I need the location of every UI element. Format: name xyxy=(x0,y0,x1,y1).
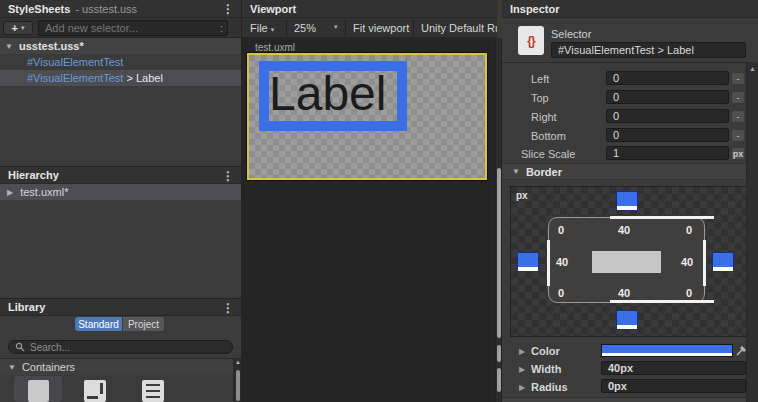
slice-scale-value-field[interactable]: 1 xyxy=(606,146,729,160)
transform-foldout-header[interactable]: ▼ Transform xyxy=(502,397,746,402)
library-panel-header: Library ⋮ xyxy=(0,298,241,316)
border-value[interactable]: 0 xyxy=(686,287,692,299)
border-bottom-color-swatch[interactable] xyxy=(616,310,638,330)
uss-selector-row-selected[interactable]: #VisualElementTest > Label xyxy=(0,70,241,86)
stylesheets-subtitle: - usstest.uss xyxy=(75,3,137,15)
canvas-document-label[interactable]: test.uxml xyxy=(255,42,295,53)
row-label-bottom: Bottom xyxy=(531,130,566,142)
foldout-collapsed-icon[interactable]: ▶ xyxy=(519,383,525,392)
foldout-expanded-icon: ▼ xyxy=(512,167,520,176)
chevron-down-icon: ▾ xyxy=(271,26,275,33)
border-value[interactable]: 0 xyxy=(558,224,564,236)
right-value-field[interactable]: 0 xyxy=(606,109,729,123)
library-scrollbar[interactable]: ▲ xyxy=(233,358,241,402)
tab-project[interactable]: Project xyxy=(123,317,164,331)
theme-selector-dropdown[interactable]: Unity Default Runtime Th xyxy=(421,22,497,34)
selector-value-field[interactable]: #VisualElementTest > Label xyxy=(551,42,746,58)
border-right-color-swatch[interactable] xyxy=(712,252,734,272)
add-selector-input[interactable] xyxy=(38,20,228,36)
kebab-menu-icon[interactable]: ⋮ xyxy=(222,169,234,183)
top-unit-dropdown[interactable]: - xyxy=(731,91,745,104)
border-color-label: Color xyxy=(531,345,560,357)
left-unit-dropdown[interactable]: - xyxy=(731,72,745,85)
border-value[interactable]: 40 xyxy=(681,256,693,268)
foldout-expanded-icon[interactable]: ▼ xyxy=(5,42,13,51)
row-label-slice-scale: Slice Scale xyxy=(521,148,575,160)
kebab-menu-icon[interactable]: ⋮ xyxy=(222,2,234,16)
add-selector-menu-button[interactable]: + ▾ xyxy=(3,21,33,35)
hierarchy-title: Hierarchy xyxy=(8,169,59,181)
inspector-title: Inspector xyxy=(510,3,560,15)
inspector-panel-header: Inspector xyxy=(502,0,758,18)
uss-selector-row[interactable]: #VisualElementTest xyxy=(0,54,241,70)
uss-selector-label: #VisualElementTest xyxy=(27,56,123,68)
border-width-field[interactable]: 40px xyxy=(601,361,746,375)
viewport-scrollbar[interactable] xyxy=(495,38,502,402)
stylesheet-root-row[interactable]: ▼ usstest.uss* xyxy=(0,38,241,54)
border-value[interactable]: 40 xyxy=(618,224,630,236)
toolbar-divider xyxy=(286,20,287,36)
hierarchy-root-label: test.uxml* xyxy=(20,186,68,198)
chevron-down-icon: ▾ xyxy=(21,24,25,32)
foldout-collapsed-icon[interactable]: ▶ xyxy=(519,365,525,374)
pseudo-states-button[interactable]: : xyxy=(220,22,223,34)
border-color-field[interactable] xyxy=(601,344,733,357)
canvas-label-element[interactable]: Label xyxy=(259,61,407,131)
border-radius-field[interactable]: 0px xyxy=(601,379,746,393)
border-unit-label: px xyxy=(516,190,528,201)
border-left-color-swatch[interactable] xyxy=(517,252,539,272)
search-placeholder: Search... xyxy=(30,342,70,353)
inspector-scrollbar[interactable]: ▲ xyxy=(746,62,758,402)
list-view-icon[interactable] xyxy=(142,380,164,402)
scrollbar-thumb[interactable] xyxy=(497,345,501,362)
scrollbar-thumb[interactable] xyxy=(497,368,501,392)
border-radius-label: Radius xyxy=(531,381,568,393)
hierarchy-panel-header: Hierarchy ⋮ xyxy=(0,166,241,184)
containers-section-title: Containers xyxy=(22,361,75,373)
fit-viewport-button[interactable]: Fit viewport xyxy=(353,22,409,34)
foldout-expanded-icon: ▼ xyxy=(8,363,16,372)
stylesheets-panel-header: StyleSheets - usstest.uss ⋮ xyxy=(0,0,241,18)
scroll-view-icon[interactable] xyxy=(84,380,106,402)
right-unit-dropdown[interactable]: - xyxy=(731,110,745,123)
zoom-level-dropdown[interactable]: 25% xyxy=(294,22,316,34)
viewport-panel-header: Viewport xyxy=(241,0,497,18)
kebab-menu-icon[interactable]: ⋮ xyxy=(222,301,234,315)
border-width-label: Width xyxy=(531,363,561,375)
foldout-collapsed-icon[interactable]: ▶ xyxy=(519,347,525,356)
search-icon xyxy=(15,342,25,352)
border-foldout-header[interactable]: ▼ Border xyxy=(502,163,746,180)
border-value[interactable]: 40 xyxy=(618,287,630,299)
hierarchy-root-row[interactable]: ▶ test.uxml* xyxy=(0,184,241,200)
bottom-value-field[interactable]: 0 xyxy=(606,128,729,142)
scrollbar-thumb[interactable] xyxy=(236,370,240,401)
library-search-field[interactable]: Search... xyxy=(8,340,233,354)
stylesheets-title: StyleSheets xyxy=(8,3,70,15)
border-top-width-indicator xyxy=(610,216,714,219)
stylesheets-toolbar: + ▾ : xyxy=(0,18,241,38)
bottom-unit-dropdown[interactable]: - xyxy=(731,129,745,142)
visual-element-icon[interactable] xyxy=(28,380,49,402)
tab-standard[interactable]: Standard xyxy=(75,317,122,331)
slice-scale-unit-dropdown[interactable]: px xyxy=(731,147,745,160)
stylesheet-root-label: usstest.uss* xyxy=(19,40,84,52)
left-value-field[interactable]: 0 xyxy=(606,71,729,85)
uss-selector-label: #VisualElementTest > Label xyxy=(27,72,163,84)
border-value[interactable]: 0 xyxy=(558,287,564,299)
row-label-right: Right xyxy=(531,111,557,123)
foldout-collapsed-icon[interactable]: ▶ xyxy=(7,188,13,197)
scroll-up-arrow-icon[interactable]: ▲ xyxy=(749,65,756,72)
file-menu-button[interactable]: File ▾ xyxy=(250,22,274,34)
containers-foldout-header[interactable]: ▼ Containers xyxy=(0,358,233,375)
top-value-field[interactable]: 0 xyxy=(606,90,729,104)
row-label-left: Left xyxy=(531,73,549,85)
scrollbar-thumb[interactable] xyxy=(497,168,501,338)
border-value[interactable]: 40 xyxy=(556,256,568,268)
chevron-down-icon[interactable]: ▾ xyxy=(334,23,338,31)
canvas[interactable]: Label xyxy=(247,53,487,180)
border-widget-center-rect[interactable] xyxy=(592,251,661,273)
toolbar-divider xyxy=(413,20,414,36)
border-value[interactable]: 0 xyxy=(686,224,692,236)
divider xyxy=(502,62,758,63)
border-top-color-swatch[interactable] xyxy=(616,191,638,211)
